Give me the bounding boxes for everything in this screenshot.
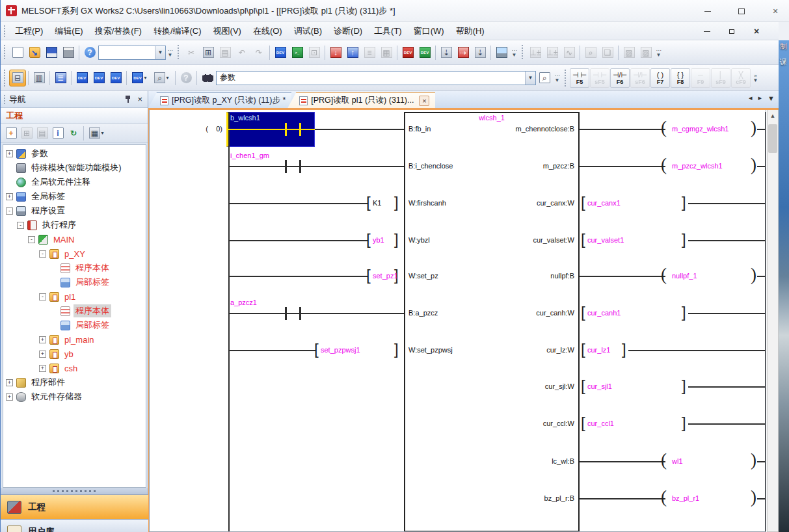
coil-open-paren[interactable]: ( xyxy=(661,451,667,469)
device-test-button[interactable] xyxy=(416,44,433,61)
paste-item-button[interactable] xyxy=(34,126,50,141)
tree-item[interactable]: -执行程序 xyxy=(17,218,78,232)
pulse-monitor-button[interactable] xyxy=(561,44,578,61)
operand-open-bracket[interactable]: [ xyxy=(366,232,371,247)
panel-splitter[interactable] xyxy=(1,488,148,494)
operand-label[interactable]: set_pzpwsj1 xyxy=(321,346,360,354)
zoom-tool-button[interactable]: ▼ xyxy=(151,70,173,86)
mdi-minimize-button[interactable] xyxy=(699,25,715,38)
maximize-button[interactable] xyxy=(734,5,749,18)
store-label[interactable]: cur_sjl1 xyxy=(587,382,612,390)
monitor-mode-button[interactable] xyxy=(493,44,510,61)
tree-item[interactable]: -p_XY xyxy=(39,246,87,261)
contact-label[interactable]: b_wlcsh1 xyxy=(230,114,260,122)
verify-button[interactable] xyxy=(361,44,378,61)
watch-stop-button[interactable] xyxy=(544,44,561,61)
tree-item[interactable]: 程序本体 xyxy=(50,261,111,275)
fb-output-label[interactable]: nullpf:B xyxy=(404,272,574,280)
parameter-check-button[interactable] xyxy=(306,44,323,61)
note-edit-button[interactable] xyxy=(472,44,488,61)
operand-open-bracket[interactable]: [ xyxy=(366,194,371,210)
fb-output-label[interactable]: cur_sjl:W xyxy=(404,382,574,390)
contact-label[interactable]: a_pzcz1 xyxy=(230,299,257,306)
coil-open-paren[interactable]: ( xyxy=(661,266,667,284)
device-label-combo[interactable]: 参数 ▼ xyxy=(216,71,536,85)
note-button[interactable] xyxy=(455,44,472,61)
fb-output-label[interactable]: cur_lz:W xyxy=(404,346,574,354)
collapse-icon[interactable]: - xyxy=(17,222,24,229)
read-from-plc-button[interactable] xyxy=(344,44,361,61)
tree-item[interactable]: +csh xyxy=(39,361,79,375)
device-memory-button[interactable] xyxy=(90,70,107,86)
expand-icon[interactable]: + xyxy=(39,365,46,372)
window-switch-button[interactable] xyxy=(599,44,616,61)
print-button[interactable] xyxy=(60,44,77,61)
tree-item[interactable]: +软元件存储器 xyxy=(6,390,84,404)
tree-item[interactable]: +全局标签 xyxy=(6,189,67,204)
toolbar-grip[interactable] xyxy=(3,25,7,37)
toolbar-overflow-button[interactable]: ⋯▼ xyxy=(553,70,561,86)
tree-item[interactable]: 局部标签 xyxy=(50,275,111,289)
operand-open-bracket[interactable]: [ xyxy=(314,341,319,357)
coil-close-paren[interactable]: ) xyxy=(751,451,756,469)
coil-close-paren[interactable]: ) xyxy=(751,266,756,284)
navigation-toggle-button[interactable] xyxy=(9,70,26,86)
new-project-button[interactable] xyxy=(9,44,26,61)
tab-prg-pl1[interactable]: [PRG]读取 pl1 (只读) (311)... × xyxy=(288,92,435,108)
operand-close-bracket[interactable]: ] xyxy=(394,194,399,210)
coil-open-paren[interactable]: ( xyxy=(661,156,667,174)
menu-debug[interactable]: 调试(B) xyxy=(288,23,328,39)
menu-edit[interactable]: 编辑(E) xyxy=(49,23,88,39)
tree-item[interactable]: +pl_main xyxy=(39,332,96,347)
device-init-button[interactable] xyxy=(107,70,124,86)
fb-output-label[interactable]: cur_canh:W xyxy=(404,309,574,317)
store-close-bracket[interactable]: ] xyxy=(682,304,686,320)
chevron-down-icon[interactable]: ▼ xyxy=(525,72,535,85)
operand-label[interactable]: set_pz1 xyxy=(373,272,398,280)
program-list-button[interactable] xyxy=(52,70,69,86)
toolbar-overflow-button[interactable]: ⋯▼ xyxy=(654,44,663,61)
device-display-button[interactable] xyxy=(399,44,416,61)
store-close-bracket[interactable]: ] xyxy=(682,232,686,247)
toolbar-grip[interactable] xyxy=(177,44,180,61)
expand-icon[interactable]: + xyxy=(6,393,13,401)
toolbar-grip[interactable] xyxy=(3,44,7,61)
fb-output-label[interactable]: cur_canx:W xyxy=(404,199,574,207)
operand-label[interactable]: K1 xyxy=(373,199,381,207)
coil-close-paren[interactable]: ) xyxy=(751,119,756,137)
coil-label[interactable]: m_pzcz_wlcsh1 xyxy=(672,162,723,170)
ladder-symbol-sf6-button[interactable]: ⊣/⊢sF6 xyxy=(630,68,650,88)
collapse-icon[interactable]: - xyxy=(39,293,46,300)
coil-open-paren[interactable]: ( xyxy=(661,119,667,137)
store-label[interactable]: cur_lz1 xyxy=(587,346,610,354)
coil-label[interactable]: nullpf_1 xyxy=(672,272,697,280)
redo-button[interactable] xyxy=(250,44,267,61)
store-open-bracket[interactable]: [ xyxy=(581,232,585,247)
label-monitor2-button[interactable] xyxy=(637,44,654,61)
expand-icon[interactable]: + xyxy=(39,351,46,358)
fb-output-label[interactable]: lc_wl:B xyxy=(404,457,574,465)
toolbar-overflow-button[interactable]: ⋯▼ xyxy=(510,44,518,61)
store-open-bracket[interactable]: [ xyxy=(581,194,585,210)
store-close-bracket[interactable]: ] xyxy=(682,378,686,393)
contact-symbol[interactable] xyxy=(299,123,301,136)
tree-item[interactable]: -程序设置 xyxy=(6,204,67,218)
nav-view-project-button[interactable]: 工程 xyxy=(1,494,148,519)
chevron-down-icon[interactable]: ▼ xyxy=(155,46,165,59)
store-label[interactable]: cur_valset1 xyxy=(587,236,624,244)
expand-icon[interactable]: + xyxy=(6,150,13,157)
fb-output-label[interactable]: bz_pl_r:B xyxy=(404,494,574,502)
store-open-bracket[interactable]: [ xyxy=(581,304,585,320)
tab-list-button[interactable]: ▼ xyxy=(768,94,775,102)
contact-symbol[interactable] xyxy=(285,123,287,136)
close-panel-button[interactable]: × xyxy=(137,94,142,104)
undo-button[interactable] xyxy=(234,44,250,61)
open-project-button[interactable] xyxy=(26,44,43,61)
tree-item[interactable]: 局部标签 xyxy=(50,318,111,332)
menu-help[interactable]: 帮助(H) xyxy=(450,23,490,39)
expand-icon[interactable]: + xyxy=(39,336,46,343)
store-close-bracket[interactable]: ] xyxy=(622,341,626,357)
store-close-bracket[interactable]: ] xyxy=(682,415,686,431)
tree-item[interactable]: +yb xyxy=(39,347,75,361)
store-open-bracket[interactable]: [ xyxy=(581,415,585,431)
